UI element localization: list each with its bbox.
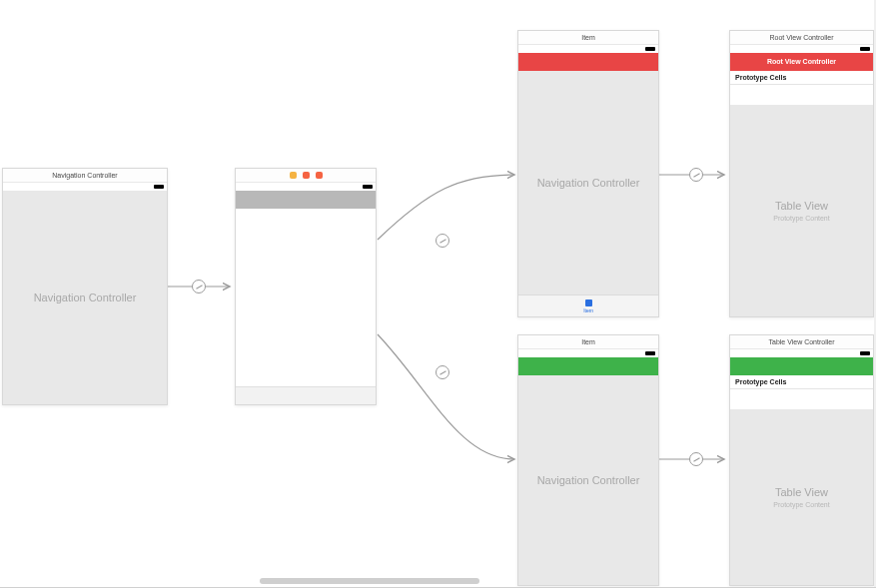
scene-title: Item <box>518 335 658 349</box>
scene-root-view-controller-red[interactable]: Root View Controller Root View Controlle… <box>729 30 874 317</box>
battery-icon <box>645 351 655 355</box>
placeholder-label: Navigation Controller <box>34 292 137 303</box>
segue-relationship-icon[interactable] <box>192 280 206 294</box>
scene-body <box>236 209 376 386</box>
segue-relationship-icon[interactable] <box>689 452 703 466</box>
exit-icon <box>316 172 323 179</box>
placeholder-sublabel: Prototype Content <box>773 215 829 222</box>
segue-relationship-icon[interactable] <box>436 234 449 248</box>
table-view-body: Table View Prototype Content <box>730 409 873 585</box>
navigation-bar <box>518 357 658 375</box>
scene-navigation-controller-green[interactable]: Item Navigation Controller <box>517 334 659 586</box>
status-bar <box>236 183 376 191</box>
battery-icon <box>154 185 164 189</box>
prototype-cells-header: Prototype Cells <box>730 375 873 389</box>
tab-item-label: Item <box>583 307 593 313</box>
status-bar <box>730 349 873 357</box>
segue-relationship-icon[interactable] <box>436 365 449 379</box>
table-view-body: Table View Prototype Content <box>730 105 873 316</box>
scene-title: Root View Controller <box>730 31 873 45</box>
status-bar <box>730 45 873 53</box>
navigation-bar <box>518 53 658 71</box>
first-responder-icon <box>303 172 310 179</box>
tab-item-icon <box>585 299 592 306</box>
scene-table-view-controller-green[interactable]: Table View Controller Prototype Cells Ta… <box>729 334 874 586</box>
placeholder-label: Table View <box>773 486 829 498</box>
placeholder-label: Navigation Controller <box>537 474 640 486</box>
navigation-bar <box>730 357 873 375</box>
scene-navigation-controller-1[interactable]: Navigation Controller Navigation Control… <box>2 168 168 405</box>
tab-bar: Item <box>518 294 658 316</box>
storyboard-canvas[interactable]: Navigation Controller Navigation Control… <box>0 0 876 588</box>
navigation-bar: Root View Controller <box>730 53 873 71</box>
scene-navigation-controller-red[interactable]: Item Navigation Controller Item <box>517 30 659 317</box>
toolbar <box>236 386 376 404</box>
scene-body: Navigation Controller <box>518 71 658 294</box>
status-bar <box>518 349 658 357</box>
scene-body: Navigation Controller <box>3 191 167 404</box>
status-bar <box>518 45 658 53</box>
scene-body: Navigation Controller <box>518 375 658 585</box>
horizontal-scrollbar[interactable] <box>260 578 479 584</box>
segue-relationship-icon[interactable] <box>689 168 703 182</box>
scene-title: Item <box>518 31 658 45</box>
battery-icon <box>645 47 655 51</box>
battery-icon <box>860 351 870 355</box>
prototype-cell[interactable] <box>730 389 873 409</box>
battery-icon <box>860 47 870 51</box>
placeholder-label: Navigation Controller <box>537 177 640 189</box>
placeholder-sublabel: Prototype Content <box>773 501 829 508</box>
battery-icon <box>363 185 373 189</box>
scene-title <box>236 169 376 183</box>
scene-tab-bar-controller[interactable] <box>235 168 377 405</box>
prototype-cells-header: Prototype Cells <box>730 71 873 85</box>
vc-icon <box>290 172 297 179</box>
scene-title: Table View Controller <box>730 335 873 349</box>
navigation-bar <box>236 191 376 209</box>
status-bar <box>3 183 167 191</box>
prototype-cell[interactable] <box>730 85 873 105</box>
scene-title: Navigation Controller <box>3 169 167 183</box>
placeholder-label: Table View <box>773 200 829 212</box>
